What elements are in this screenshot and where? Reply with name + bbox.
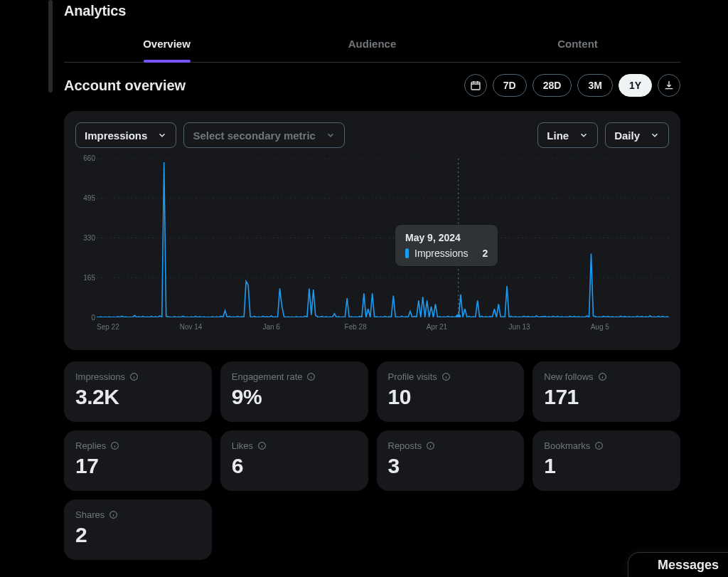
info-icon — [594, 441, 604, 450]
chart-type-dropdown[interactable]: Line — [537, 122, 598, 148]
card-label: New follows — [544, 371, 669, 382]
card-engagement-rate[interactable]: Engagement rate 9% — [220, 361, 368, 422]
primary-metric-dropdown[interactable]: Impressions — [75, 122, 176, 148]
info-icon — [598, 372, 607, 381]
chart-tooltip: May 9, 2024 Impressions 2 — [395, 225, 498, 266]
primary-metric-label: Impressions — [85, 129, 147, 142]
card-value: 1 — [544, 454, 669, 478]
card-value: 3 — [388, 454, 513, 478]
x-tick-label: Feb 28 — [345, 323, 367, 331]
info-icon — [109, 510, 118, 519]
range-28d[interactable]: 28D — [532, 74, 572, 97]
x-tick-label: Nov 14 — [180, 323, 203, 331]
chart-toolbar-right: Line Daily — [537, 122, 669, 148]
card-reposts[interactable]: Reposts 3 — [377, 430, 525, 491]
range-3m[interactable]: 3M — [577, 74, 612, 97]
section-title: Account overview — [64, 78, 186, 94]
card-value: 3.2K — [75, 385, 200, 409]
x-axis-labels: Sep 22Nov 14Jan 6Feb 28Apr 21Jun 13Aug 5 — [97, 323, 669, 333]
y-tick-label: 495 — [83, 194, 95, 202]
card-label: Shares — [75, 509, 200, 520]
tooltip-metric: Impressions — [414, 248, 468, 259]
chart-card: Impressions Select secondary metric Line — [64, 111, 680, 350]
card-value: 6 — [232, 454, 357, 478]
card-value: 10 — [388, 385, 513, 409]
card-label: Profile visits — [388, 371, 513, 382]
card-replies[interactable]: Replies 17 — [64, 430, 212, 491]
card-label: Likes — [232, 440, 357, 451]
info-icon — [306, 372, 316, 381]
card-label: Impressions — [75, 371, 200, 382]
tooltip-value: 2 — [482, 248, 488, 259]
messages-dock-label: Messages — [658, 558, 719, 573]
tab-content[interactable]: Content — [475, 26, 680, 62]
card-impressions[interactable]: Impressions 3.2K — [64, 361, 212, 422]
chart-type-label: Line — [547, 129, 569, 142]
card-bookmarks[interactable]: Bookmarks 1 — [532, 430, 680, 491]
tooltip-row: Impressions 2 — [405, 248, 488, 259]
chart-svg — [97, 159, 669, 317]
chevron-down-icon — [650, 130, 660, 140]
granularity-label: Daily — [614, 129, 640, 142]
svg-point-7 — [456, 314, 461, 317]
y-tick-label: 330 — [83, 234, 95, 242]
section-header-row: Account overview 7D 28D 3M 1Y — [64, 74, 680, 97]
tooltip-date: May 9, 2024 — [405, 232, 488, 243]
date-range-row: 7D 28D 3M 1Y — [464, 74, 680, 97]
y-tick-label: 660 — [83, 154, 95, 162]
card-label: Reposts — [388, 440, 513, 451]
x-tick-label: Apr 21 — [427, 323, 447, 331]
info-icon — [426, 441, 435, 450]
card-label: Engagement rate — [232, 371, 357, 382]
granularity-dropdown[interactable]: Daily — [605, 122, 669, 148]
secondary-metric-dropdown[interactable]: Select secondary metric — [183, 122, 345, 148]
card-new-follows[interactable]: New follows 171 — [532, 361, 680, 422]
scrollbar-thumb[interactable] — [48, 0, 53, 92]
secondary-metric-label: Select secondary metric — [193, 129, 316, 142]
y-tick-label: 165 — [83, 274, 95, 282]
card-label: Replies — [75, 440, 200, 451]
x-tick-label: Jan 6 — [262, 323, 279, 331]
analytics-app: Analytics Overview Audience Content Acco… — [53, 0, 728, 577]
svg-rect-0 — [471, 82, 480, 90]
info-icon — [441, 372, 451, 381]
tab-audience[interactable]: Audience — [269, 26, 475, 62]
card-value: 2 — [75, 523, 200, 547]
tabs-row: Overview Audience Content — [64, 26, 680, 63]
tooltip-swatch — [405, 248, 409, 258]
range-7d[interactable]: 7D — [493, 74, 527, 97]
info-icon — [257, 441, 267, 450]
content-column: Analytics Overview Audience Content Acco… — [54, 0, 690, 560]
x-tick-label: Sep 22 — [97, 323, 119, 331]
chart-area[interactable]: 0165330495660 Sep 22Nov 14Jan 6Feb 28Apr… — [75, 158, 669, 343]
card-profile-visits[interactable]: Profile visits 10 — [377, 361, 525, 422]
info-icon — [129, 372, 139, 381]
card-value: 9% — [232, 385, 357, 409]
card-likes[interactable]: Likes 6 — [220, 430, 368, 491]
download-icon — [663, 80, 675, 91]
x-tick-label: Aug 5 — [591, 323, 609, 331]
stat-cards-grid: Impressions 3.2K Engagement rate 9% Prof… — [64, 361, 680, 560]
chevron-down-icon — [579, 130, 589, 140]
card-value: 17 — [75, 454, 200, 478]
messages-dock[interactable]: Messages — [628, 552, 728, 577]
chart-plot — [97, 158, 669, 317]
range-1y[interactable]: 1Y — [619, 74, 652, 97]
card-value: 171 — [544, 385, 669, 409]
card-label: Bookmarks — [544, 440, 669, 451]
y-axis-labels: 0165330495660 — [75, 158, 95, 317]
info-icon — [110, 441, 119, 450]
chart-toolbar-left: Impressions Select secondary metric — [75, 122, 345, 148]
download-button[interactable] — [658, 74, 680, 97]
card-shares[interactable]: Shares 2 — [64, 499, 212, 560]
tab-overview[interactable]: Overview — [64, 26, 269, 62]
calendar-icon — [470, 80, 481, 91]
x-tick-label: Jun 13 — [509, 323, 530, 331]
chevron-down-icon — [326, 130, 336, 140]
calendar-button[interactable] — [464, 74, 487, 97]
y-tick-label: 0 — [91, 314, 95, 322]
chart-toolbar: Impressions Select secondary metric Line — [75, 122, 669, 148]
page-title: Analytics — [64, 0, 680, 26]
scrollbar-rail — [47, 0, 54, 577]
chevron-down-icon — [157, 130, 167, 140]
